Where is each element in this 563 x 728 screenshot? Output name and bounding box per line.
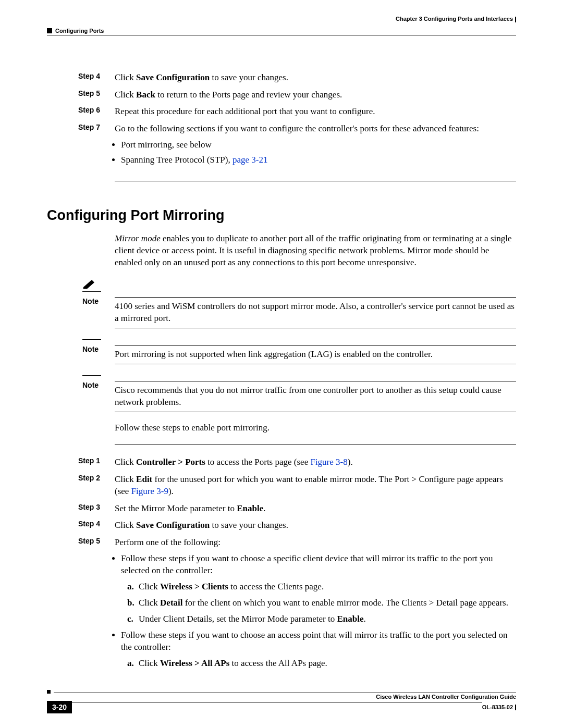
separator-rule xyxy=(115,445,516,445)
list-item: b.Click Detail for the client on which y… xyxy=(127,597,516,609)
pencil-icon xyxy=(82,278,97,289)
step7-bullets: Port mirroring, see below Spanning Tree … xyxy=(121,139,516,166)
footer-bar-icon xyxy=(515,705,516,710)
step-row: Step 7 Go to the following sections if y… xyxy=(78,123,516,169)
step-label: Step 1 xyxy=(78,456,115,465)
step-body: Set the Mirror Mode parameter to Enable. xyxy=(115,503,516,515)
follow-paragraph: Follow these steps to enable port mirror… xyxy=(115,423,516,433)
step-body: Click Back to return to the Ports page a… xyxy=(115,89,516,101)
step-body: Click Edit for the unused port for which… xyxy=(115,474,516,498)
note-label: Note xyxy=(82,345,115,353)
section-label: Configuring Ports xyxy=(55,28,104,34)
bullet-item: Port mirroring, see below xyxy=(121,139,516,151)
step-row: Step 3 Set the Mirror Mode parameter to … xyxy=(78,503,516,515)
step-row: Step 5 Perform one of the following: Fol… xyxy=(78,537,516,673)
intro-paragraph: Mirror mode enables you to duplicate to … xyxy=(115,233,516,269)
step-body: Repeat this procedure for each additiona… xyxy=(115,106,516,118)
header-rule xyxy=(47,35,516,35)
step-label: Step 6 xyxy=(78,106,115,114)
step-label: Step 7 xyxy=(78,123,115,131)
page-footer: Cisco Wireless LAN Controller Configurat… xyxy=(47,690,516,713)
step-body: Click Save Configuration to save your ch… xyxy=(115,520,516,532)
step-row: Step 6 Repeat this procedure for each ad… xyxy=(78,106,516,118)
step-body: Click Controller > Ports to access the P… xyxy=(115,456,516,468)
steps-top: Step 4 Click Save Configuration to save … xyxy=(78,72,516,170)
note-body: 4100 series and WiSM controllers do not … xyxy=(115,301,516,325)
page-number-badge: 3-20 xyxy=(47,701,72,713)
bullet-item: Spanning Tree Protocol (STP), page 3-21 xyxy=(121,154,516,166)
step-row: Step 5 Click Back to return to the Ports… xyxy=(78,89,516,101)
page-link[interactable]: page 3-21 xyxy=(232,155,268,165)
chapter-label: Chapter 3 Configuring Ports and Interfac… xyxy=(396,16,513,22)
bullet-item: Follow these steps if you want to choose… xyxy=(121,553,516,625)
note-body: Port mirroring is not supported when lin… xyxy=(115,349,516,361)
step-label: Step 4 xyxy=(78,520,115,528)
step-row: Step 1 Click Controller > Ports to acces… xyxy=(78,456,516,468)
note-block: Note Port mirroring is not supported whe… xyxy=(82,339,516,364)
note-block: Note Cisco recommends that you do not mi… xyxy=(82,375,516,412)
note-block: Note 4100 series and WiSM controllers do… xyxy=(82,278,516,328)
lettered-list: a.Click Wireless > Clients to access the… xyxy=(127,581,516,625)
page-header: Chapter 3 Configuring Ports and Interfac… xyxy=(47,16,516,22)
section-title: Configuring Port Mirroring xyxy=(47,207,516,224)
section-header: Configuring Ports xyxy=(47,28,516,34)
footer-guide: Cisco Wireless LAN Controller Configurat… xyxy=(47,694,516,700)
step5-bullets: Follow these steps if you want to choose… xyxy=(121,553,516,670)
step-row: Step 2 Click Edit for the unused port fo… xyxy=(78,474,516,498)
note-label: Note xyxy=(82,381,115,389)
step-body: Perform one of the following: Follow the… xyxy=(115,537,516,673)
step-row: Step 4 Click Save Configuration to save … xyxy=(78,520,516,532)
step-body: Go to the following sections if you want… xyxy=(115,123,516,169)
step-label: Step 5 xyxy=(78,537,115,545)
list-item: a.Click Wireless > Clients to access the… xyxy=(127,581,516,593)
step-row: Step 4 Click Save Configuration to save … xyxy=(78,72,516,84)
figure-link[interactable]: Figure 3-8 xyxy=(310,457,347,467)
square-icon xyxy=(47,690,51,694)
lettered-list: a.Click Wireless > All APs to access the… xyxy=(127,658,516,670)
note-label: Note xyxy=(82,297,115,305)
separator-rule xyxy=(115,181,516,181)
doc-id: OL-8335-02 xyxy=(482,704,513,710)
square-icon xyxy=(47,28,52,33)
step-label: Step 2 xyxy=(78,474,115,482)
header-bar-icon xyxy=(515,17,516,22)
step-body: Click Save Configuration to save your ch… xyxy=(115,72,516,84)
step-label: Step 3 xyxy=(78,503,115,511)
step-label: Step 4 xyxy=(78,72,115,80)
figure-link[interactable]: Figure 3-9 xyxy=(131,486,168,496)
steps-bottom: Step 1 Click Controller > Ports to acces… xyxy=(78,456,516,674)
list-item: a.Click Wireless > All APs to access the… xyxy=(127,658,516,670)
bullet-item: Follow these steps if you want to choose… xyxy=(121,630,516,670)
note-body: Cisco recommends that you do not mirror … xyxy=(115,385,516,409)
list-item: c.Under Client Details, set the Mirror M… xyxy=(127,613,516,625)
step-label: Step 5 xyxy=(78,89,115,97)
